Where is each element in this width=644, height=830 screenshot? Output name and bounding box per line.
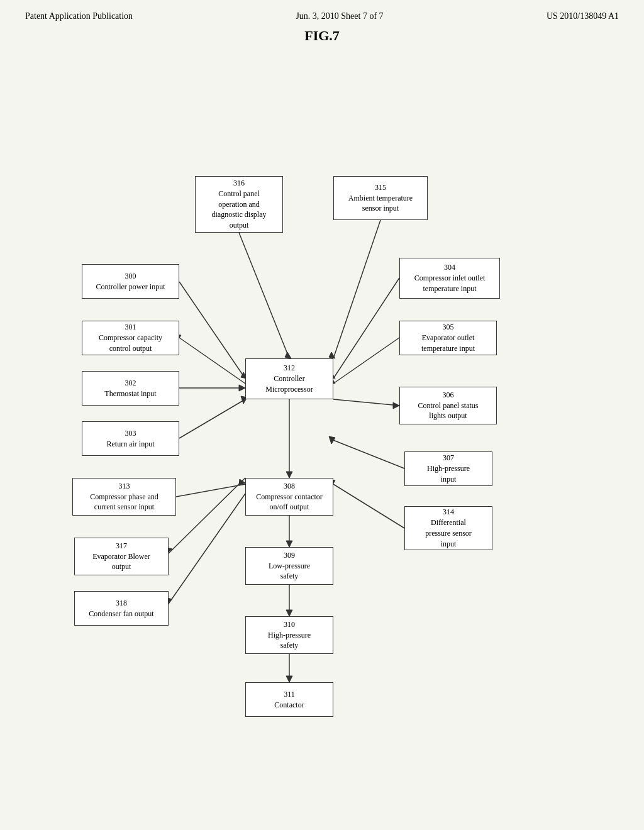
block-label-b317: Evaporator Bloweroutput	[92, 551, 150, 573]
block-label-b312: ControllerMicroprocessor	[265, 374, 313, 395]
svg-line-10	[333, 338, 399, 384]
block-num-b313: 313	[119, 481, 130, 492]
block-b306: 306Control panel statuslights output	[399, 387, 497, 424]
svg-line-20	[333, 440, 404, 468]
svg-line-18	[176, 484, 245, 497]
block-num-b316: 316	[233, 178, 245, 189]
block-label-b311: Contactor	[274, 700, 304, 711]
block-num-b308: 308	[284, 481, 295, 492]
diagram-area: 316Control paneloperation anddiagnostic …	[0, 50, 644, 805]
svg-line-24	[169, 478, 245, 553]
block-label-b316: Control paneloperation anddiagnostic dis…	[212, 189, 267, 231]
block-b303: 303Return air input	[82, 421, 179, 456]
block-b304: 304Compressor inlet outlettemperature in…	[399, 258, 500, 299]
block-label-b318: Condenser fan output	[89, 609, 153, 619]
block-b317: 317Evaporator Bloweroutput	[74, 538, 169, 575]
block-num-b306: 306	[443, 390, 454, 401]
svg-line-0	[239, 233, 289, 358]
block-label-b309: Low-pressuresafety	[269, 561, 310, 582]
block-label-b307: High-pressureinput	[427, 463, 470, 485]
page-header: Patent Application Publication Jun. 3, 2…	[0, 0, 644, 28]
header-left: Patent Application Publication	[25, 11, 133, 21]
block-num-b315: 315	[375, 182, 386, 193]
svg-marker-3	[329, 352, 335, 358]
svg-marker-21	[329, 436, 335, 444]
svg-marker-31	[286, 541, 292, 547]
block-label-b305: Evaporator outlettemperature input	[421, 333, 475, 354]
svg-line-16	[333, 399, 399, 406]
svg-marker-1	[285, 352, 291, 358]
block-b315: 315Ambient temperaturesensor input	[333, 176, 428, 220]
fig-title: FIG.7	[0, 28, 644, 44]
block-num-b307: 307	[443, 453, 454, 463]
block-label-b314: Differentialpressure sensorinput	[425, 517, 472, 549]
block-label-b301: Compressor capacitycontrol output	[99, 333, 162, 354]
block-label-b304: Compressor inlet outlettemperature input	[414, 273, 486, 294]
block-label-b302: Thermostat input	[104, 389, 156, 399]
block-b309: 309Low-pressuresafety	[245, 547, 333, 585]
block-num-b317: 317	[116, 541, 127, 551]
block-num-b302: 302	[125, 378, 136, 389]
block-b307: 307High-pressureinput	[404, 451, 492, 486]
header-right: US 2010/138049 A1	[547, 11, 619, 21]
block-num-b311: 311	[284, 689, 295, 700]
svg-marker-35	[286, 676, 292, 682]
block-label-b315: Ambient temperaturesensor input	[348, 193, 413, 214]
block-num-b314: 314	[443, 507, 454, 517]
block-b311: 311Contactor	[245, 682, 333, 717]
block-b308: 308Compressor contactoron/off output	[245, 478, 333, 516]
block-label-b313: Compressor phase andcurrent sensor input	[90, 492, 158, 513]
block-b314: 314Differentialpressure sensorinput	[404, 506, 492, 550]
block-b300: 300Controller power input	[82, 264, 179, 299]
svg-marker-17	[393, 402, 399, 409]
block-num-b318: 318	[116, 598, 127, 609]
svg-marker-13	[239, 385, 245, 391]
block-label-b310: High-pressuresafety	[268, 630, 311, 651]
header-center: Jun. 3, 2010 Sheet 7 of 7	[296, 11, 383, 21]
block-b301: 301Compressor capacitycontrol output	[82, 321, 179, 355]
block-b302: 302Thermostat input	[82, 371, 179, 406]
block-b305: 305Evaporator outlettemperature input	[399, 321, 497, 355]
svg-line-26	[333, 484, 404, 528]
block-num-b300: 300	[125, 271, 136, 282]
block-b316: 316Control paneloperation anddiagnostic …	[195, 176, 283, 233]
block-label-b300: Controller power input	[96, 282, 165, 292]
block-num-b309: 309	[284, 550, 295, 561]
block-label-b306: Control panel statuslights output	[418, 401, 479, 422]
block-num-b301: 301	[125, 322, 136, 333]
block-label-b308: Compressor contactoron/off output	[256, 492, 323, 513]
svg-line-28	[169, 494, 245, 604]
block-num-b305: 305	[443, 322, 454, 333]
block-b313: 313Compressor phase andcurrent sensor in…	[72, 478, 176, 516]
svg-marker-33	[286, 610, 292, 616]
block-b318: 318Condenser fan output	[74, 591, 169, 626]
svg-marker-23	[286, 472, 292, 478]
block-num-b304: 304	[444, 262, 455, 273]
svg-line-14	[179, 399, 245, 438]
block-b310: 310High-pressuresafety	[245, 616, 333, 654]
svg-line-2	[333, 220, 380, 358]
svg-line-8	[179, 338, 245, 384]
svg-marker-19	[239, 479, 245, 485]
block-label-b303: Return air input	[107, 439, 155, 450]
block-num-b312: 312	[284, 363, 295, 374]
block-num-b303: 303	[125, 428, 136, 439]
svg-line-4	[179, 282, 245, 379]
block-num-b310: 310	[284, 619, 295, 630]
block-b312: 312ControllerMicroprocessor	[245, 358, 333, 399]
svg-line-6	[333, 278, 399, 379]
